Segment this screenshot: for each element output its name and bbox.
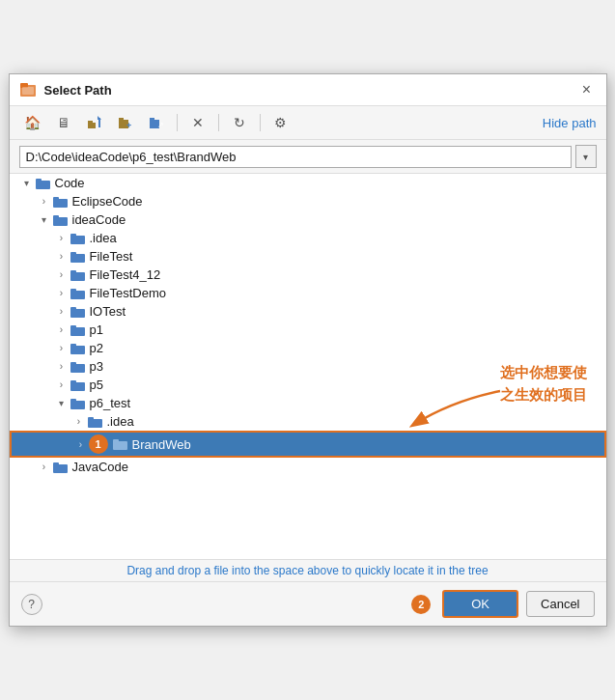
tree-arrow: › xyxy=(54,343,70,353)
folder-icon xyxy=(70,232,87,245)
tree-label: ideaCode xyxy=(72,212,126,227)
tree-arrow: › xyxy=(54,269,70,280)
tree-label: IOTest xyxy=(90,304,126,319)
cancel-button[interactable]: Cancel xyxy=(526,591,594,617)
folder-link-button[interactable]: ↗ xyxy=(143,110,170,135)
svg-rect-44 xyxy=(53,462,59,466)
settings-button[interactable]: ⚙ xyxy=(267,110,294,135)
button-bar: ? 2 OK Cancel xyxy=(10,582,606,626)
folder-icon xyxy=(112,437,129,451)
tree-item[interactable]: › IOTest xyxy=(10,302,606,321)
folder-icon xyxy=(70,323,87,337)
tree-item[interactable]: › p2 xyxy=(10,339,606,357)
home-button[interactable]: 🏠 xyxy=(19,110,46,135)
tree-item[interactable]: ▾ ideaCode xyxy=(10,210,606,229)
folder-up-button[interactable] xyxy=(81,110,108,135)
tree-arrow: › xyxy=(71,416,87,427)
tree-item[interactable]: › p3 xyxy=(10,357,606,376)
dialog-title: Select Path xyxy=(44,83,570,98)
tree-label: p2 xyxy=(90,341,103,355)
svg-rect-42 xyxy=(113,439,119,443)
tree-item[interactable]: › FileTest xyxy=(10,247,606,266)
dialog-icon xyxy=(19,81,37,98)
tree-item[interactable]: › .idea xyxy=(10,229,606,247)
svg-rect-30 xyxy=(70,325,76,329)
svg-text:↗: ↗ xyxy=(157,121,164,129)
tree-label: p5 xyxy=(90,378,103,392)
svg-rect-36 xyxy=(70,380,76,384)
toolbar-separator-1 xyxy=(177,114,178,131)
folder-icon xyxy=(70,342,87,355)
svg-rect-22 xyxy=(70,252,76,256)
tree-arrow: › xyxy=(54,379,70,390)
tree-arrow: › xyxy=(73,439,89,450)
tree-arrow: › xyxy=(37,462,52,472)
svg-rect-8 xyxy=(119,118,124,121)
folder-icon xyxy=(52,461,70,474)
hide-path-link[interactable]: Hide path xyxy=(543,116,597,130)
tree-item[interactable]: › 1 BrandWeb xyxy=(10,431,606,458)
svg-rect-34 xyxy=(70,362,76,366)
tree-label: BrandWeb xyxy=(132,437,191,452)
help-button[interactable]: ? xyxy=(21,594,42,615)
tree-label: FileTestDemo xyxy=(90,286,166,300)
folder-icon xyxy=(70,305,87,319)
toolbar-separator-2 xyxy=(218,114,219,131)
path-bar: ▾ xyxy=(10,140,606,174)
folder-icon xyxy=(70,360,87,374)
close-button[interactable]: × xyxy=(577,80,597,99)
svg-text:+: + xyxy=(126,121,131,130)
tree-arrow: › xyxy=(54,306,70,317)
folder-icon xyxy=(87,415,104,429)
svg-rect-20 xyxy=(70,234,76,238)
tree-arrow: › xyxy=(54,324,70,335)
toolbar: 🏠 🖥 + ↗ ✕ ↻ ⚙ Hide path xyxy=(10,106,606,140)
tree-item[interactable]: › FileTestDemo xyxy=(10,284,606,302)
tree-arrow: › xyxy=(37,196,52,207)
tree-item[interactable]: ▾ p6_test xyxy=(10,394,606,412)
tree-item[interactable]: ▾ Code xyxy=(10,174,606,192)
tree-arrow: › xyxy=(54,233,70,243)
tree-label: Code xyxy=(55,176,85,190)
svg-rect-38 xyxy=(70,399,76,403)
monitor-button[interactable]: 🖥 xyxy=(50,110,77,135)
tree-item[interactable]: › FileTest4_12 xyxy=(10,266,606,284)
folder-new-button[interactable]: + xyxy=(112,110,139,135)
tree-item[interactable]: › JavaCode xyxy=(10,458,606,476)
drag-hint: Drag and drop a file into the space abov… xyxy=(10,560,606,582)
svg-rect-28 xyxy=(70,307,76,311)
tree-item[interactable]: › p5 xyxy=(10,376,606,394)
tree-item[interactable]: › .idea xyxy=(10,412,606,431)
tree-arrow: ▾ xyxy=(19,178,35,188)
tree-item[interactable]: › p1 xyxy=(10,321,606,339)
title-bar: Select Path × xyxy=(10,74,606,106)
svg-rect-18 xyxy=(53,215,59,219)
svg-rect-4 xyxy=(88,121,93,124)
refresh-button[interactable]: ↻ xyxy=(226,110,253,135)
delete-button[interactable]: ✕ xyxy=(184,110,211,135)
tree-arrow: ▾ xyxy=(54,398,70,408)
folder-icon xyxy=(52,213,70,227)
svg-rect-24 xyxy=(70,270,76,274)
folder-icon xyxy=(70,287,87,300)
tree-item[interactable]: › EclipseCode xyxy=(10,192,606,210)
tree-label: JavaCode xyxy=(72,460,129,474)
folder-icon xyxy=(70,378,87,392)
svg-rect-26 xyxy=(70,289,76,293)
tree-arrow: › xyxy=(54,251,70,262)
ok-button[interactable]: OK xyxy=(442,590,518,618)
path-input[interactable] xyxy=(19,146,572,168)
tree-arrow: › xyxy=(54,361,70,372)
svg-rect-14 xyxy=(36,179,42,182)
tree-area[interactable]: ▾ Code › EclipseCode ▾ xyxy=(10,174,606,560)
tree-label: p3 xyxy=(90,359,103,374)
tree-label: .idea xyxy=(107,414,134,429)
svg-rect-32 xyxy=(70,344,76,348)
folder-icon xyxy=(52,195,70,209)
toolbar-separator-3 xyxy=(260,114,261,131)
folder-icon xyxy=(35,177,52,190)
tree-label: p1 xyxy=(90,322,103,337)
tree-label: FileTest4_12 xyxy=(90,267,161,282)
path-dropdown-button[interactable]: ▾ xyxy=(575,145,597,168)
tree-label: EclipseCode xyxy=(72,194,143,209)
